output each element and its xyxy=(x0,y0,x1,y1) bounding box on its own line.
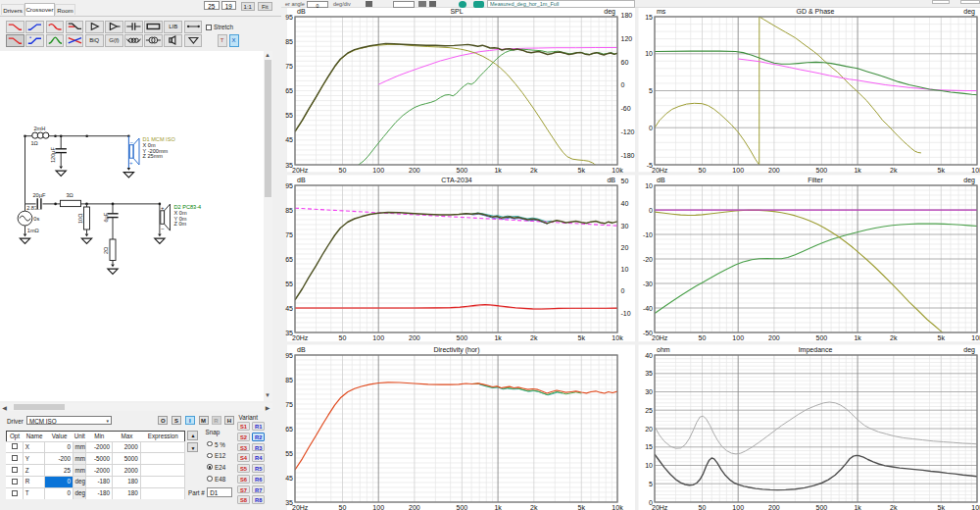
svg-text:65: 65 xyxy=(285,426,293,433)
svg-text:55: 55 xyxy=(285,280,293,287)
svg-text:deg: deg xyxy=(604,8,615,16)
svg-text:GD & Phase: GD & Phase xyxy=(797,8,835,15)
svg-text:1k: 1k xyxy=(854,334,861,341)
svg-text:15: 15 xyxy=(645,443,653,450)
svg-text:2k: 2k xyxy=(890,167,898,174)
svg-text:dB: dB xyxy=(297,8,306,15)
svg-text:5: 5 xyxy=(649,87,653,94)
svg-text:Directivity (hor): Directivity (hor) xyxy=(433,346,479,354)
svg-text:10k: 10k xyxy=(971,167,980,174)
svg-text:10k: 10k xyxy=(612,334,623,341)
svg-text:1k: 1k xyxy=(494,504,502,510)
svg-text:200: 200 xyxy=(768,167,780,174)
svg-text:50: 50 xyxy=(699,167,707,174)
svg-text:20Hz: 20Hz xyxy=(292,334,309,341)
svg-text:1k: 1k xyxy=(494,334,502,341)
svg-text:100: 100 xyxy=(372,167,384,174)
svg-text:deg: deg xyxy=(963,346,975,354)
svg-text:0: 0 xyxy=(649,125,653,131)
svg-text:10k: 10k xyxy=(971,504,980,510)
svg-text:1k: 1k xyxy=(854,504,861,510)
svg-text:45: 45 xyxy=(285,305,293,312)
svg-text:5k: 5k xyxy=(938,504,946,510)
svg-text:50: 50 xyxy=(339,504,347,510)
svg-text:65: 65 xyxy=(285,256,293,263)
svg-text:20Hz: 20Hz xyxy=(652,167,668,174)
svg-text:-10: -10 xyxy=(621,310,631,317)
svg-text:2k: 2k xyxy=(890,504,898,510)
svg-text:10k: 10k xyxy=(612,167,623,174)
svg-text:dB: dB xyxy=(297,177,306,183)
svg-text:SPL: SPL xyxy=(450,8,463,15)
svg-text:65: 65 xyxy=(285,87,293,94)
svg-text:5: 5 xyxy=(649,481,653,487)
svg-text:100: 100 xyxy=(372,504,384,510)
svg-text:20Hz: 20Hz xyxy=(652,334,668,341)
svg-text:1k: 1k xyxy=(494,167,502,174)
svg-text:45: 45 xyxy=(285,136,293,143)
svg-text:2k: 2k xyxy=(890,334,898,341)
svg-text:45: 45 xyxy=(285,475,293,482)
svg-text:0: 0 xyxy=(621,287,625,294)
svg-text:ms: ms xyxy=(657,8,666,15)
svg-text:30: 30 xyxy=(645,388,653,395)
svg-text:20Hz: 20Hz xyxy=(292,504,309,510)
svg-text:50: 50 xyxy=(699,504,707,510)
svg-text:30: 30 xyxy=(621,223,629,230)
svg-text:35: 35 xyxy=(645,370,653,377)
svg-text:-30: -30 xyxy=(643,280,653,287)
svg-text:100: 100 xyxy=(732,167,744,174)
svg-text:10: 10 xyxy=(645,182,653,189)
svg-text:95: 95 xyxy=(285,352,293,359)
svg-text:2k: 2k xyxy=(530,334,538,341)
svg-text:5k: 5k xyxy=(578,334,586,341)
svg-text:5k: 5k xyxy=(578,167,586,174)
svg-text:1k: 1k xyxy=(854,167,861,174)
svg-text:deg: deg xyxy=(963,8,975,16)
svg-text:75: 75 xyxy=(285,63,293,70)
svg-text:40: 40 xyxy=(645,352,653,359)
svg-text:200: 200 xyxy=(768,334,780,341)
svg-text:50: 50 xyxy=(339,167,347,174)
svg-text:500: 500 xyxy=(457,334,468,341)
svg-text:500: 500 xyxy=(457,504,468,510)
svg-text:-10: -10 xyxy=(643,231,653,238)
svg-text:200: 200 xyxy=(409,334,420,341)
svg-text:55: 55 xyxy=(285,112,293,119)
svg-text:55: 55 xyxy=(285,450,293,457)
svg-text:200: 200 xyxy=(768,504,780,510)
svg-text:85: 85 xyxy=(285,377,293,383)
svg-text:180: 180 xyxy=(621,12,633,19)
svg-text:ohm: ohm xyxy=(657,346,670,353)
svg-text:CTA-2034: CTA-2034 xyxy=(441,177,471,183)
svg-text:dB: dB xyxy=(607,177,615,183)
svg-text:200: 200 xyxy=(409,504,420,510)
svg-text:500: 500 xyxy=(816,504,828,510)
svg-text:0: 0 xyxy=(649,207,653,214)
svg-text:5k: 5k xyxy=(938,167,946,174)
svg-text:120: 120 xyxy=(621,35,633,42)
svg-text:-60: -60 xyxy=(621,105,631,112)
svg-text:500: 500 xyxy=(816,334,828,341)
svg-text:500: 500 xyxy=(816,167,828,174)
svg-text:-180: -180 xyxy=(621,152,635,159)
svg-text:60: 60 xyxy=(621,59,629,66)
svg-text:75: 75 xyxy=(285,231,293,238)
svg-text:deg: deg xyxy=(963,177,975,184)
svg-text:15: 15 xyxy=(645,14,653,21)
svg-text:85: 85 xyxy=(285,207,293,214)
svg-text:10k: 10k xyxy=(612,504,623,510)
svg-text:5k: 5k xyxy=(938,334,946,341)
svg-text:50: 50 xyxy=(621,178,629,184)
svg-text:100: 100 xyxy=(732,504,744,510)
svg-text:50: 50 xyxy=(339,334,347,341)
svg-text:0: 0 xyxy=(621,81,625,88)
svg-text:95: 95 xyxy=(285,14,293,21)
svg-text:2k: 2k xyxy=(530,167,538,174)
svg-text:Filter: Filter xyxy=(808,177,823,183)
svg-text:100: 100 xyxy=(372,334,384,341)
svg-text:20: 20 xyxy=(621,244,629,251)
svg-text:100: 100 xyxy=(732,334,744,341)
svg-text:85: 85 xyxy=(285,38,293,45)
svg-text:dB: dB xyxy=(297,346,306,353)
